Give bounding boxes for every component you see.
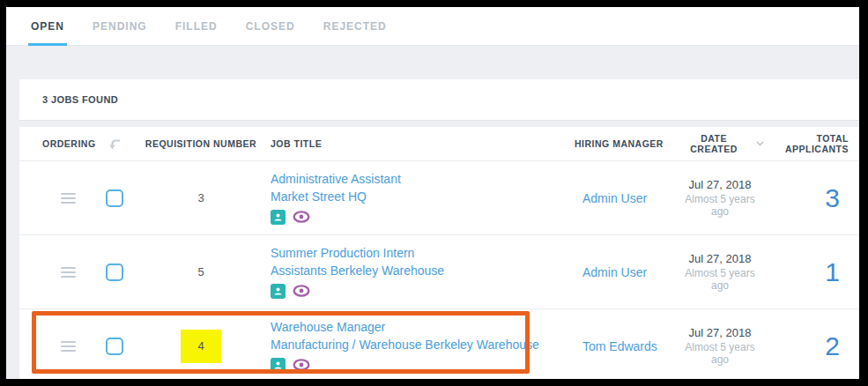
column-header-requisition-number: REQUISITION NUMBER bbox=[135, 138, 267, 149]
assigned-user-icon[interactable] bbox=[271, 358, 286, 373]
eye-icon[interactable] bbox=[293, 359, 310, 371]
requisition-number: 3 bbox=[135, 191, 267, 204]
row-checkbox[interactable] bbox=[106, 189, 123, 207]
date-relative: Almost 5 years ago bbox=[676, 193, 764, 218]
screenshot-frame: OPEN PENDING FILLED CLOSED REJECTED 3 JO… bbox=[0, 0, 868, 386]
date-relative: Almost 5 years ago bbox=[676, 267, 764, 292]
table-header-row: ORDERING REQUISITION NUMBER JOB TITLE HI… bbox=[19, 127, 859, 160]
job-location-link[interactable]: Market Street HQ bbox=[271, 189, 561, 204]
date-created: Jul 27, 2018 bbox=[676, 326, 764, 339]
tab-rejected[interactable]: REJECTED bbox=[323, 7, 387, 46]
table-row: 3 Administrative Assistant Market Street… bbox=[19, 160, 859, 234]
date-created: Jul 27, 2018 bbox=[676, 252, 764, 265]
column-header-job-title: JOB TITLE bbox=[267, 138, 561, 149]
hiring-manager-link[interactable]: Tom Edwards bbox=[582, 339, 657, 353]
drag-handle-icon[interactable] bbox=[61, 190, 76, 206]
column-header-total-applicants: TOTAL APPLICANTS bbox=[764, 133, 859, 154]
table-row: 5 Summer Production Intern Assistants Be… bbox=[19, 234, 859, 308]
date-created: Jul 27, 2018 bbox=[676, 178, 764, 191]
date-created-label: DATE CREATED bbox=[676, 133, 752, 154]
total-applicants-link[interactable]: 3 bbox=[825, 183, 840, 212]
eye-icon[interactable] bbox=[293, 211, 310, 223]
jobs-page: OPEN PENDING FILLED CLOSED REJECTED 3 JO… bbox=[6, 7, 859, 379]
row-checkbox[interactable] bbox=[106, 338, 123, 355]
column-header-date-created[interactable]: DATE CREATED bbox=[676, 133, 764, 154]
total-applicants-link[interactable]: 2 bbox=[825, 331, 840, 360]
eye-icon[interactable] bbox=[293, 285, 310, 297]
job-title-link[interactable]: Warehouse Manager bbox=[271, 320, 561, 335]
hiring-manager-link[interactable]: Admin User bbox=[582, 265, 647, 279]
row-checkbox[interactable] bbox=[106, 264, 123, 281]
content-area: 3 JOBS FOUND ORDERING REQUISITION NUMBER… bbox=[6, 46, 859, 379]
assigned-user-icon[interactable] bbox=[271, 210, 286, 225]
status-tabbar: OPEN PENDING FILLED CLOSED REJECTED bbox=[6, 7, 859, 46]
tab-filled[interactable]: FILLED bbox=[175, 7, 218, 46]
column-header-ordering: ORDERING bbox=[19, 138, 94, 149]
requisition-number-highlighted: 4 bbox=[181, 330, 221, 363]
drag-handle-icon[interactable] bbox=[61, 338, 76, 354]
assigned-user-icon[interactable] bbox=[271, 284, 286, 299]
total-applicants-link[interactable]: 1 bbox=[825, 257, 840, 286]
date-relative: Almost 5 years ago bbox=[676, 341, 764, 366]
table-row-highlighted: 4 Warehouse Manager Manufacturing / Ware… bbox=[19, 308, 859, 379]
drag-handle-icon[interactable] bbox=[61, 264, 76, 280]
chevron-down-icon bbox=[756, 141, 764, 146]
requisition-number: 5 bbox=[135, 265, 267, 278]
sort-order-icon[interactable] bbox=[94, 137, 135, 151]
tab-closed[interactable]: CLOSED bbox=[246, 7, 295, 46]
job-location-link[interactable]: Manufacturing / Warehouse Berkeley Wareh… bbox=[271, 338, 561, 353]
job-location-link[interactable]: Assistants Berkeley Warehouse bbox=[271, 264, 561, 278]
hiring-manager-link[interactable]: Admin User bbox=[582, 191, 647, 205]
jobs-table: ORDERING REQUISITION NUMBER JOB TITLE HI… bbox=[19, 127, 859, 379]
job-title-link[interactable]: Administrative Assistant bbox=[271, 172, 561, 187]
job-title-link[interactable]: Summer Production Intern bbox=[271, 246, 561, 261]
tab-open[interactable]: OPEN bbox=[31, 7, 64, 46]
results-summary: 3 JOBS FOUND bbox=[19, 79, 859, 120]
tab-pending[interactable]: PENDING bbox=[93, 7, 147, 46]
column-header-hiring-manager: HIRING MANAGER bbox=[561, 138, 676, 149]
